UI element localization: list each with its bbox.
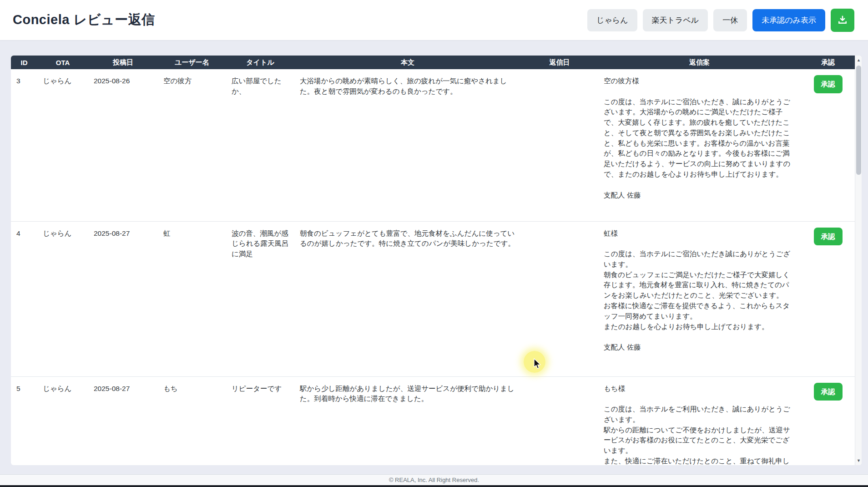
window-bottom-edge bbox=[0, 485, 868, 487]
table-row: 4 じゃらん 2025-08-27 虹 波の音、潮風が感じられる露天風呂に満足 … bbox=[11, 221, 855, 376]
cell-user: 虹 bbox=[158, 221, 226, 376]
download-icon bbox=[838, 15, 848, 26]
filter-ikkyu-button[interactable]: 一休 bbox=[713, 9, 747, 31]
app-header: Conciela レビュー返信 じゃらん 楽天トラベル 一休 未承認のみ表示 bbox=[0, 0, 868, 40]
table-row: 3 じゃらん 2025-08-26 空の彼方 広い部屋でしたか、 大浴場からの眺… bbox=[11, 69, 855, 221]
cell-reply-date bbox=[521, 69, 598, 221]
cell-id: 5 bbox=[11, 376, 37, 465]
cell-reply-draft: 空の彼方様 この度は、当ホテルにご宿泊いただき、誠にありがとうございます。大浴場… bbox=[598, 69, 801, 221]
cell-user: もち bbox=[158, 376, 226, 465]
scrollbar-down-arrow-icon[interactable]: ▼ bbox=[855, 457, 862, 464]
cell-post-date: 2025-08-27 bbox=[88, 376, 158, 465]
cell-reply-date bbox=[521, 376, 598, 465]
cell-title: リピーターです bbox=[226, 376, 294, 465]
col-header-body: 本文 bbox=[294, 56, 521, 69]
cell-id: 4 bbox=[11, 221, 37, 376]
approve-button[interactable]: 承認 bbox=[814, 383, 843, 401]
cell-body: 駅から少し距離がありましたが、送迎サービスが便利で助かりました。到着時から快適に… bbox=[294, 376, 521, 465]
cell-id: 3 bbox=[11, 69, 37, 221]
col-header-reply-date: 返信日 bbox=[521, 56, 598, 69]
page-title: Conciela レビュー返信 bbox=[13, 11, 155, 29]
review-table-card: ID OTA 投稿日 ユーザー名 タイトル 本文 返信日 返信案 承認 3 じゃ… bbox=[11, 56, 862, 465]
app-footer: © REALA, Inc. All Right Reserved. bbox=[0, 474, 868, 485]
cell-reply-date bbox=[521, 221, 598, 376]
cell-title: 広い部屋でしたか、 bbox=[226, 69, 294, 221]
filter-jalan-button[interactable]: じゃらん bbox=[587, 9, 637, 31]
cell-user: 空の彼方 bbox=[158, 69, 226, 221]
footer-gap bbox=[0, 465, 868, 474]
scrollbar-thumb[interactable] bbox=[856, 66, 861, 175]
table-header-row: ID OTA 投稿日 ユーザー名 タイトル 本文 返信日 返信案 承認 bbox=[11, 56, 855, 69]
cell-ota: じゃらん bbox=[37, 376, 88, 465]
cell-body: 朝食のビュッフェがとても豊富で、地元食材をふんだんに使っているのが嬉しかったです… bbox=[294, 221, 521, 376]
table-scrollbar[interactable]: ▲ ▼ bbox=[855, 56, 862, 465]
scrollbar-up-arrow-icon[interactable]: ▲ bbox=[855, 56, 862, 64]
cell-body: 大浴場からの眺めが素晴らしく、旅の疲れが一気に癒やされました。夜と朝で雰囲気が変… bbox=[294, 69, 521, 221]
cell-post-date: 2025-08-27 bbox=[88, 221, 158, 376]
download-button[interactable] bbox=[831, 9, 854, 32]
cell-reply-draft: もち様 この度は、当ホテルをご利用いただき、誠にありがとうございます。 駅からの… bbox=[598, 376, 801, 465]
filter-rakuten-button[interactable]: 楽天トラベル bbox=[643, 9, 708, 31]
col-header-user: ユーザー名 bbox=[158, 56, 226, 69]
approve-button[interactable]: 承認 bbox=[814, 75, 843, 93]
cell-ota: じゃらん bbox=[37, 221, 88, 376]
approve-button[interactable]: 承認 bbox=[814, 228, 843, 246]
cell-post-date: 2025-08-26 bbox=[88, 69, 158, 221]
col-header-approval: 承認 bbox=[801, 56, 855, 69]
cell-reply-draft: 虹様 この度は、当ホテルにご宿泊いただき誠にありがとうございます。 朝食のビュッ… bbox=[598, 221, 801, 376]
col-header-title: タイトル bbox=[226, 56, 294, 69]
table-row: 5 じゃらん 2025-08-27 もち リピーターです 駅から少し距離がありま… bbox=[11, 376, 855, 465]
col-header-reply-draft: 返信案 bbox=[598, 56, 801, 69]
copyright-text: © REALA, Inc. All Right Reserved. bbox=[389, 477, 479, 483]
col-header-ota: OTA bbox=[37, 56, 88, 69]
review-table: ID OTA 投稿日 ユーザー名 タイトル 本文 返信日 返信案 承認 3 じゃ… bbox=[11, 56, 855, 465]
header-actions: じゃらん 楽天トラベル 一休 未承認のみ表示 bbox=[587, 9, 854, 32]
review-table-scroll-area: ID OTA 投稿日 ユーザー名 タイトル 本文 返信日 返信案 承認 3 じゃ… bbox=[11, 56, 855, 465]
cell-ota: じゃらん bbox=[37, 69, 88, 221]
col-header-post-date: 投稿日 bbox=[88, 56, 158, 69]
show-unapproved-button[interactable]: 未承認のみ表示 bbox=[752, 9, 825, 31]
cell-title: 波の音、潮風が感じられる露天風呂に満足 bbox=[226, 221, 294, 376]
col-header-id: ID bbox=[11, 56, 37, 69]
